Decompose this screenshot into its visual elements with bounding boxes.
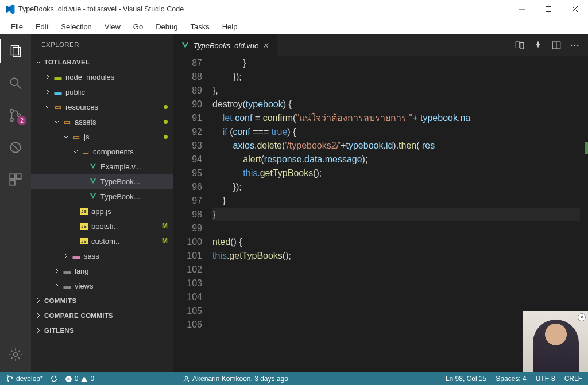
svg-rect-14 — [16, 174, 21, 179]
folder-node-modules[interactable]: ▬ node_modules — [31, 69, 173, 84]
file-label: TypeBook... — [100, 177, 140, 186]
gitlens-section[interactable]: GITLENS — [31, 323, 173, 338]
editor-tab-active[interactable]: TypeBooks_old.vue ✕ — [173, 34, 277, 56]
file-label: Example.v... — [100, 162, 141, 171]
minimap-change-marker — [585, 142, 588, 154]
source-control-activity[interactable]: 2 — [0, 103, 31, 127]
problems-status[interactable]: 0 0 — [65, 375, 94, 383]
folder-label: views — [75, 282, 94, 290]
code-line[interactable] — [212, 221, 588, 235]
cursor-position-status[interactable]: Ln 98, Col 15 — [446, 375, 486, 383]
folder-icon: ▬ — [72, 251, 81, 260]
svg-point-25 — [7, 380, 8, 382]
minimize-button[interactable] — [509, 0, 535, 18]
indentation-status[interactable]: Spaces: 4 — [496, 375, 526, 383]
commits-section[interactable]: COMMITS — [31, 293, 173, 308]
debug-activity[interactable] — [0, 135, 31, 160]
tab-close-icon[interactable]: ✕ — [262, 41, 270, 50]
folder-sass[interactable]: ▬ sass — [31, 248, 173, 263]
menu-debug[interactable]: Debug — [150, 21, 183, 33]
folder-public[interactable]: ▬ public — [31, 84, 173, 99]
code-line[interactable] — [212, 290, 588, 304]
code-line[interactable]: }, — [212, 84, 588, 98]
code-line[interactable]: alert(response.data.message); — [212, 153, 588, 166]
menu-selection[interactable]: Selection — [56, 21, 96, 33]
ribbon-icon: ✕ — [578, 313, 586, 321]
code-line[interactable]: if (conf === true) { — [212, 125, 588, 139]
code-line[interactable]: } — [212, 208, 588, 221]
folder-views[interactable]: ▬ views — [31, 278, 173, 293]
line-number: 104 — [173, 290, 202, 304]
file-typebook-active[interactable]: TypeBook... — [31, 174, 173, 189]
folder-js[interactable]: ▭ js — [31, 129, 173, 144]
line-number: 106 — [173, 318, 202, 332]
folder-resources[interactable]: ▭ resources — [31, 99, 173, 114]
svg-point-16 — [14, 353, 18, 357]
code-line[interactable]: axios.delete('/typebooks2/'+typebook.id)… — [212, 139, 588, 153]
svg-point-21 — [571, 45, 572, 46]
git-branch-status[interactable]: develop* — [6, 375, 43, 383]
code-line[interactable]: } — [212, 56, 588, 70]
section-label: COMMITS — [44, 297, 76, 304]
split-editor-icon[interactable] — [551, 40, 562, 50]
search-activity[interactable] — [0, 71, 31, 95]
git-blame-status[interactable]: Akenarin Komkoon, 3 days ago — [183, 375, 288, 383]
file-appjs[interactable]: JS app.js — [31, 204, 173, 219]
modified-dot — [164, 120, 168, 124]
explorer-title: EXPLORER — [31, 34, 173, 55]
line-number: 88 — [173, 70, 202, 84]
menu-view[interactable]: View — [99, 21, 126, 33]
compare-commits-section[interactable]: COMPARE COMMITS — [31, 308, 173, 323]
code-line[interactable]: destroy(typebook) { — [212, 98, 588, 111]
open-changes-icon[interactable] — [533, 40, 543, 50]
encoding-status[interactable]: UTF-8 — [536, 375, 555, 383]
line-number: 100 — [173, 235, 202, 249]
folder-icon: ▬ — [63, 266, 72, 275]
menu-help[interactable]: Help — [217, 21, 243, 33]
maximize-button[interactable] — [535, 0, 562, 18]
svg-point-22 — [574, 45, 575, 46]
code-line[interactable] — [212, 263, 588, 277]
folder-lang[interactable]: ▬ lang — [31, 263, 173, 278]
close-button[interactable] — [562, 0, 588, 18]
tab-label: TypeBooks_old.vue — [194, 41, 258, 50]
code-line[interactable]: } — [212, 194, 588, 208]
line-number: 89 — [173, 84, 202, 98]
menu-edit[interactable]: Edit — [30, 21, 53, 33]
activity-bar: 2 — [0, 34, 31, 372]
vue-icon — [88, 177, 98, 186]
file-bootstrap[interactable]: JS bootstr.. M — [31, 219, 173, 234]
modified-dot — [164, 105, 168, 109]
code-line[interactable]: let conf = confirm("แน่ใจว่าต้องการลบราย… — [212, 111, 588, 125]
file-typebook-2[interactable]: TypeBook... — [31, 189, 173, 204]
sync-status[interactable] — [50, 375, 58, 383]
menubar: FileEditSelectionViewGoDebugTasksHelp — [0, 18, 588, 34]
explorer-activity[interactable] — [0, 39, 31, 63]
menu-tasks[interactable]: Tasks — [185, 21, 214, 33]
folder-assets[interactable]: ▭ assets — [31, 114, 173, 129]
eol-status[interactable]: CRLF — [564, 375, 582, 383]
code-line[interactable]: }); — [212, 180, 588, 194]
folder-components[interactable]: ▭ components — [31, 144, 173, 159]
extensions-activity[interactable] — [0, 168, 31, 192]
window-controls — [509, 0, 588, 18]
menu-file[interactable]: File — [6, 21, 28, 33]
code-line[interactable]: nted() { — [212, 235, 588, 249]
code-line[interactable]: this.getTypBooks(); — [212, 166, 588, 180]
compare-changes-icon[interactable] — [514, 40, 525, 50]
line-number: 98 — [173, 208, 202, 221]
settings-activity[interactable] — [0, 343, 31, 367]
line-number: 105 — [173, 304, 202, 318]
project-section[interactable]: TOTLARAVEL — [31, 55, 173, 69]
code-line[interactable] — [212, 277, 588, 290]
file-custom[interactable]: JS custom.. M — [31, 234, 173, 248]
code-line[interactable]: this.getTypBooks(); — [212, 249, 588, 263]
more-actions-icon[interactable] — [570, 40, 580, 50]
editor-tabs: TypeBooks_old.vue ✕ — [173, 34, 588, 56]
code-line[interactable]: }); — [212, 70, 588, 84]
file-label: TypeBook... — [100, 192, 140, 201]
folder-label: lang — [75, 267, 89, 275]
modified-badge: M — [162, 237, 168, 245]
file-example-vue[interactable]: Example.v... — [31, 159, 173, 174]
menu-go[interactable]: Go — [128, 21, 148, 33]
